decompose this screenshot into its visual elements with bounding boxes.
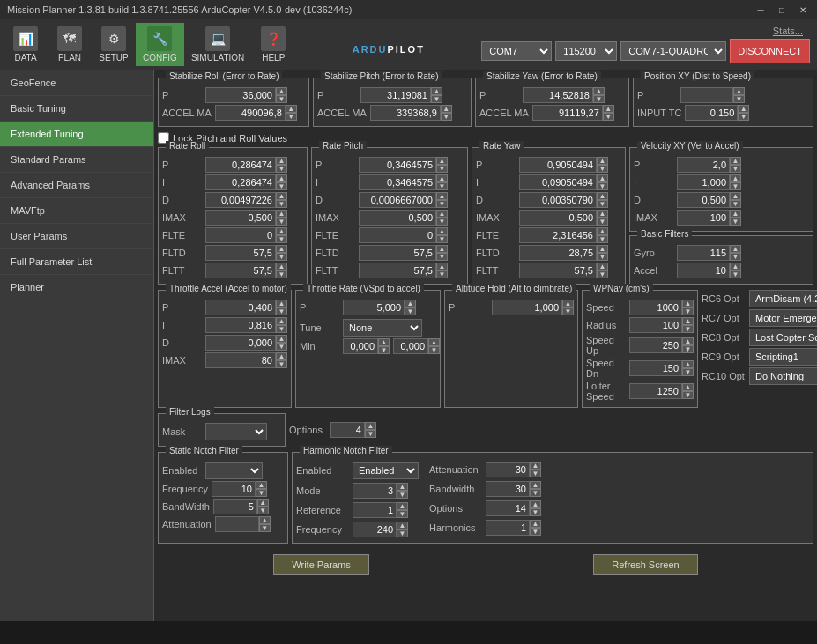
minimize-button[interactable]: ─ xyxy=(754,3,768,17)
radius-input[interactable] xyxy=(629,317,682,333)
hn-frequency-input[interactable] xyxy=(353,522,397,537)
tr-p-up[interactable]: ▲ xyxy=(405,300,416,307)
vxy-p-input[interactable] xyxy=(677,157,730,173)
sn-frequency-input[interactable] xyxy=(212,481,256,497)
rp-i-dn[interactable]: ▼ xyxy=(436,182,448,190)
rr-fltt-input[interactable] xyxy=(205,263,276,278)
stab-roll-accel-input[interactable] xyxy=(215,105,286,121)
hn-mode-input[interactable] xyxy=(353,483,397,499)
hn-freq-dn[interactable]: ▼ xyxy=(397,529,408,537)
stab-roll-accel-dn[interactable]: ▼ xyxy=(286,113,297,121)
ry-i-input[interactable] xyxy=(519,174,597,190)
rc9-dropdown[interactable]: Scripting1 xyxy=(749,348,817,366)
quad-mode-select[interactable]: COM7-1-QUADROTOR xyxy=(620,41,726,61)
sidebar-item-mavftp[interactable]: MAVFtp xyxy=(0,198,153,224)
min-input1[interactable] xyxy=(343,338,378,354)
ry-imax-dn[interactable]: ▼ xyxy=(597,218,608,226)
rr-flte-input[interactable] xyxy=(205,227,276,243)
gyro-dn[interactable]: ▼ xyxy=(730,253,741,261)
loiter-up[interactable]: ▲ xyxy=(682,383,694,391)
stab-pitch-p-up[interactable]: ▲ xyxy=(431,87,442,95)
rp-fltt-input[interactable] xyxy=(359,263,436,278)
rp-d-dn[interactable]: ▼ xyxy=(436,200,448,208)
rr-imax-input[interactable] xyxy=(205,210,276,226)
sn-freq-up[interactable]: ▲ xyxy=(256,481,267,489)
gyro-up[interactable]: ▲ xyxy=(730,245,741,253)
stab-pitch-accel-input[interactable] xyxy=(370,105,441,121)
stab-yaw-p-up[interactable]: ▲ xyxy=(593,87,605,95)
spdup-up[interactable]: ▲ xyxy=(682,337,694,345)
hn-mode-dn[interactable]: ▼ xyxy=(397,491,408,499)
ry-p-up[interactable]: ▲ xyxy=(597,157,608,165)
ry-fltt-up[interactable]: ▲ xyxy=(597,263,608,270)
stab-pitch-p-input[interactable] xyxy=(360,87,431,103)
hn-atten-input[interactable] xyxy=(486,462,530,477)
ta-i-input[interactable] xyxy=(205,317,276,333)
sn-freq-dn[interactable]: ▼ xyxy=(256,489,267,497)
ah-p-up[interactable]: ▲ xyxy=(562,300,574,307)
sn-atten-dn[interactable]: ▼ xyxy=(259,524,271,532)
data-nav-item[interactable]: 📊 DATA xyxy=(4,23,48,66)
rp-i-input[interactable] xyxy=(359,174,436,190)
sn-bw-dn[interactable]: ▼ xyxy=(257,507,269,514)
hn-bw-dn[interactable]: ▼ xyxy=(530,489,541,497)
sidebar-item-user-params[interactable]: User Params xyxy=(0,224,153,249)
sidebar-item-geofence[interactable]: GeoFence xyxy=(0,70,153,96)
spddn-dn[interactable]: ▼ xyxy=(682,368,694,376)
rp-p-up[interactable]: ▲ xyxy=(436,157,448,165)
ry-fltt-dn[interactable]: ▼ xyxy=(597,270,608,278)
ta-d-input[interactable] xyxy=(205,335,276,351)
rp-p-input[interactable] xyxy=(359,157,436,173)
sidebar-item-extended-tuning[interactable]: Extended Tuning xyxy=(0,122,153,147)
ry-d-dn[interactable]: ▼ xyxy=(597,200,608,208)
baud-rate-select[interactable]: 115200 xyxy=(555,41,617,61)
ry-imax-up[interactable]: ▲ xyxy=(597,210,608,218)
setup-nav-item[interactable]: ⚙ SETUP xyxy=(92,23,136,66)
rr-d-dn[interactable]: ▼ xyxy=(276,200,287,208)
ta-imax-up[interactable]: ▲ xyxy=(276,352,287,360)
stab-roll-p-up[interactable]: ▲ xyxy=(276,87,287,95)
hn-atten-dn[interactable]: ▼ xyxy=(530,470,541,477)
min1-dn[interactable]: ▼ xyxy=(378,346,390,354)
rr-d-up[interactable]: ▲ xyxy=(276,192,287,200)
hn-enabled-dropdown[interactable]: Enabled xyxy=(353,462,419,479)
rr-i-up[interactable]: ▲ xyxy=(276,174,287,182)
spddn-up[interactable]: ▲ xyxy=(682,360,694,368)
speed-dn-input[interactable] xyxy=(629,360,682,376)
min1-up[interactable]: ▲ xyxy=(378,338,390,346)
ta-imax-input[interactable] xyxy=(205,352,276,368)
ry-i-up[interactable]: ▲ xyxy=(597,174,608,182)
plan-nav-item[interactable]: 🗺 PLAN xyxy=(48,23,92,66)
help-nav-item[interactable]: ❓ HELP xyxy=(251,23,295,66)
sn-bw-up[interactable]: ▲ xyxy=(257,499,269,507)
rp-flte-dn[interactable]: ▼ xyxy=(436,235,448,243)
hn-harmonics-input[interactable] xyxy=(486,520,530,536)
hn-ref-dn[interactable]: ▼ xyxy=(397,510,408,518)
rr-imax-up[interactable]: ▲ xyxy=(276,210,287,218)
rp-imax-up[interactable]: ▲ xyxy=(436,210,448,218)
hn-harm-up[interactable]: ▲ xyxy=(530,520,541,528)
vxy-p-dn[interactable]: ▼ xyxy=(730,165,741,173)
ry-d-up[interactable]: ▲ xyxy=(597,192,608,200)
rp-fltt-up[interactable]: ▲ xyxy=(436,263,448,270)
rp-i-up[interactable]: ▲ xyxy=(436,174,448,182)
pos-xy-p-dn[interactable]: ▼ xyxy=(733,95,745,103)
stab-roll-accel-up[interactable]: ▲ xyxy=(286,105,297,113)
vxy-p-up[interactable]: ▲ xyxy=(730,157,741,165)
vxy-imax-dn[interactable]: ▼ xyxy=(730,218,741,226)
stab-pitch-p-dn[interactable]: ▼ xyxy=(431,95,442,103)
disconnect-button[interactable]: DISCONNECT xyxy=(730,39,810,63)
stab-yaw-accel-dn[interactable]: ▼ xyxy=(603,113,614,121)
vxy-i-input[interactable] xyxy=(677,174,730,190)
stab-yaw-p-dn[interactable]: ▼ xyxy=(593,95,605,103)
rc10-dropdown[interactable]: Do Nothing xyxy=(749,367,817,385)
ry-d-input[interactable] xyxy=(519,192,597,208)
rp-flte-input[interactable] xyxy=(359,227,436,243)
sn-enabled-dropdown[interactable] xyxy=(205,462,263,479)
ry-fltt-input[interactable] xyxy=(519,263,597,278)
options-dn[interactable]: ▼ xyxy=(365,430,376,438)
rr-p-up[interactable]: ▲ xyxy=(276,157,287,165)
ta-i-dn[interactable]: ▼ xyxy=(276,325,287,333)
hn-bandwidth-input[interactable] xyxy=(486,481,530,497)
rp-d-input[interactable] xyxy=(359,192,436,208)
